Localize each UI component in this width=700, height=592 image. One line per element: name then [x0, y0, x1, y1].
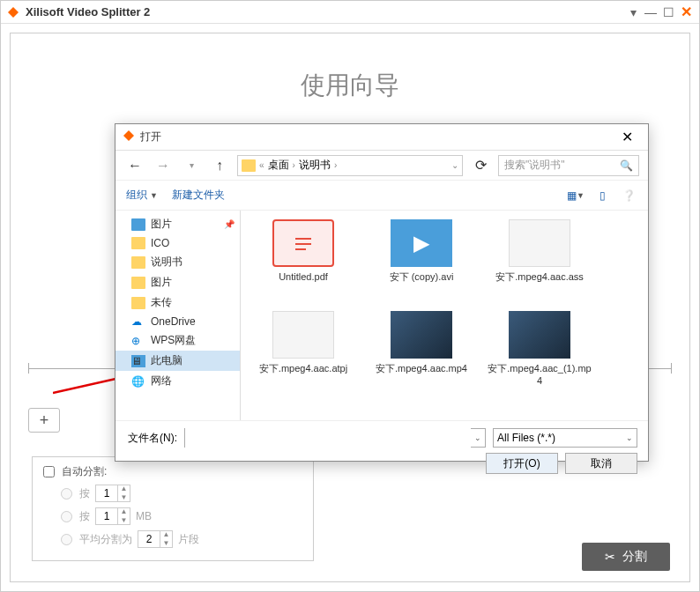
computer-icon: 🖥: [131, 355, 145, 367]
split-size-input[interactable]: [96, 510, 117, 522]
sidebar-item-label: ICO: [151, 237, 169, 249]
address-bar[interactable]: « 桌面 › 说明书 › ⌄: [237, 155, 463, 176]
folder-icon: [131, 256, 145, 269]
file-item[interactable]: 安下.mpeg4.aac_(1).mp4: [482, 307, 597, 396]
folder-icon: [131, 297, 145, 309]
filter-select[interactable]: All Files (*.*) ⌄: [493, 428, 637, 448]
split-avg-spinner[interactable]: ▲▼: [138, 530, 173, 548]
sidebar-item-WPS网盘[interactable]: ⊕WPS网盘: [115, 330, 240, 351]
file-name: 安下 (copy).avi: [390, 270, 454, 283]
chevron-icon: «: [259, 160, 264, 170]
file-item[interactable]: ▶安下 (copy).avi: [364, 216, 479, 304]
split-size-unit: MB: [136, 510, 152, 522]
auto-split-label: 自动分割:: [62, 464, 107, 479]
preview-pane-button[interactable]: ▯: [593, 187, 611, 204]
path-crumb[interactable]: 说明书: [299, 158, 331, 173]
sidebar-item-此电脑[interactable]: 🖥此电脑: [115, 351, 240, 371]
sidebar-item-说明书[interactable]: 说明书: [115, 252, 240, 272]
sidebar-item-网络[interactable]: 🌐网络: [115, 371, 240, 391]
file-name: 安下.mpeg4.aac.ass: [495, 270, 584, 283]
folder-icon: [242, 159, 256, 172]
chevron-down-icon: ⌄: [626, 433, 633, 442]
nav-forward-button[interactable]: →: [153, 155, 174, 176]
sidebar-item-label: 未传: [151, 295, 172, 310]
add-button[interactable]: +: [28, 408, 60, 433]
spin-down-icon[interactable]: ▼: [118, 493, 130, 502]
file-item[interactable]: 安下.mpeg4.aac.atpj: [246, 307, 361, 396]
maximize-button[interactable]: ☐: [660, 4, 676, 20]
path-crumb[interactable]: 桌面: [268, 158, 289, 173]
chevron-down-icon: ▼: [150, 191, 158, 200]
nav-up-button[interactable]: ↑: [209, 155, 230, 176]
auto-split-checkbox[interactable]: [43, 466, 55, 477]
pictures-icon: [131, 218, 145, 231]
split-size-spinner[interactable]: ▲▼: [95, 507, 130, 525]
video-icon: ▶: [391, 219, 452, 267]
close-button[interactable]: ✕: [678, 4, 694, 20]
dialog-sidebar: 图片📌ICO说明书图片未传☁OneDrive⊕WPS网盘🖥此电脑🌐网络: [115, 211, 241, 420]
file-name: 安下.mpeg4.aac_(1).mp4: [486, 362, 593, 388]
spin-up-icon[interactable]: ▲: [118, 485, 130, 493]
dialog-close-button[interactable]: ✕: [613, 127, 641, 148]
sidebar-item-label: WPS网盘: [151, 333, 196, 348]
sidebar-item-label: 网络: [151, 374, 172, 388]
onedrive-icon: ☁: [131, 315, 145, 328]
open-button[interactable]: 打开(O): [486, 453, 558, 474]
text-file-icon: [509, 219, 570, 267]
chevron-down-icon[interactable]: ⌄: [451, 160, 458, 170]
split-time-input[interactable]: [96, 487, 117, 500]
sidebar-item-OneDrive[interactable]: ☁OneDrive: [115, 313, 240, 330]
pin-icon: 📌: [224, 219, 235, 229]
pdf-icon: [272, 219, 334, 267]
sidebar-item-未传[interactable]: 未传: [115, 292, 240, 313]
cancel-button[interactable]: 取消: [565, 453, 637, 474]
spin-up-icon[interactable]: ▲: [160, 530, 172, 539]
split-by-time-radio[interactable]: [61, 488, 72, 500]
split-time-spinner[interactable]: ▲▼: [95, 485, 130, 502]
file-name: Untitled.pdf: [279, 270, 328, 283]
sidebar-item-图片[interactable]: 图片: [115, 272, 240, 292]
sidebar-item-ICO[interactable]: ICO: [115, 234, 240, 252]
organize-label: 组织: [126, 188, 147, 203]
search-icon: 🔍: [620, 159, 633, 172]
split-avg-input[interactable]: [138, 533, 160, 545]
file-item[interactable]: Untitled.pdf: [246, 216, 361, 304]
filename-combo[interactable]: ⌄: [184, 428, 486, 448]
dialog-titlebar: 打开 ✕: [115, 124, 648, 151]
search-input[interactable]: 搜索"说明书" 🔍: [498, 155, 639, 176]
organize-menu[interactable]: 组织 ▼: [126, 188, 158, 203]
minimize-button[interactable]: —: [643, 4, 659, 20]
spin-down-icon[interactable]: ▼: [118, 516, 130, 525]
split-avg-radio[interactable]: [61, 534, 72, 545]
help-button[interactable]: ❔: [620, 187, 637, 204]
search-placeholder: 搜索"说明书": [504, 158, 565, 173]
refresh-button[interactable]: ⟳: [470, 155, 491, 176]
chevron-down-icon[interactable]: ⌄: [471, 433, 485, 442]
dialog-bottom: 文件名(N): ⌄ All Files (*.*) ⌄ 打开(O) 取消: [115, 420, 648, 481]
spin-up-icon[interactable]: ▲: [118, 507, 130, 516]
split-by-size-label: 按: [79, 509, 90, 524]
nav-recent-button[interactable]: ▾: [181, 155, 202, 176]
sidebar-item-label: OneDrive: [151, 315, 196, 328]
app-titlebar: Xilisoft Video Splitter 2 ▾ — ☐ ✕: [1, 1, 699, 24]
sidebar-item-label: 图片: [151, 275, 172, 290]
dialog-title: 打开: [140, 130, 613, 144]
sidebar-item-图片[interactable]: 图片📌: [115, 214, 240, 234]
spin-down-icon[interactable]: ▼: [160, 539, 172, 548]
video-thumbnail: [509, 311, 570, 359]
file-name: 安下.mpeg4.aac.mp4: [376, 362, 467, 374]
split-button[interactable]: ✂ 分割: [582, 543, 670, 571]
file-item[interactable]: 安下.mpeg4.aac.mp4: [364, 307, 479, 396]
file-item[interactable]: 安下.mpeg4.aac.ass: [482, 216, 597, 304]
new-folder-button[interactable]: 新建文件夹: [172, 188, 225, 203]
scissors-icon: ✂: [605, 550, 615, 564]
split-by-time-label: 按: [79, 486, 90, 501]
filename-label: 文件名(N):: [126, 431, 177, 446]
dialog-toolbar: 组织 ▼ 新建文件夹 ▦ ▼ ▯ ❔: [115, 181, 648, 211]
filename-input[interactable]: [185, 428, 471, 448]
extra-button[interactable]: ▾: [625, 4, 641, 20]
nav-back-button[interactable]: ←: [124, 155, 145, 176]
split-by-size-radio[interactable]: [61, 511, 72, 522]
app-logo-icon: [6, 5, 20, 19]
view-mode-button[interactable]: ▦ ▼: [567, 187, 585, 204]
